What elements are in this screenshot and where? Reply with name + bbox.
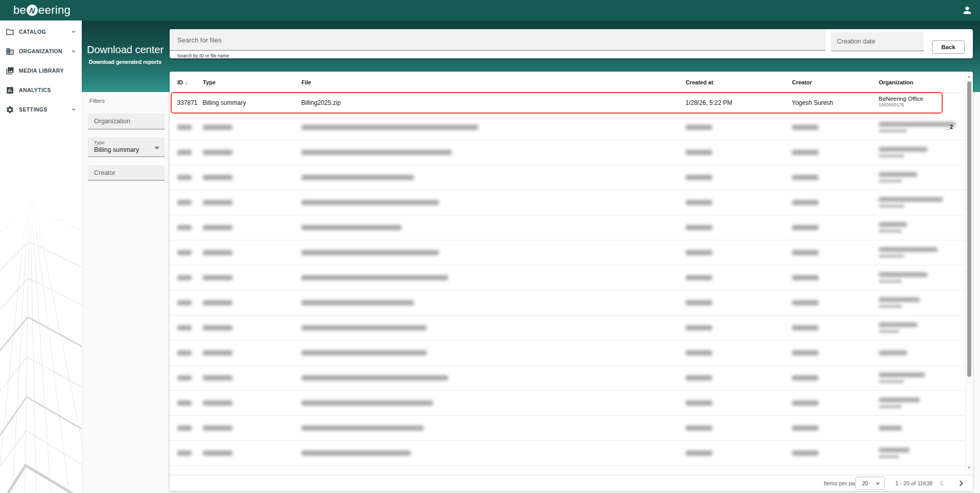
table-row[interactable] <box>170 240 965 265</box>
table-row[interactable] <box>170 391 965 416</box>
scrollbar-thumb[interactable] <box>967 81 971 377</box>
table-row[interactable] <box>170 215 965 240</box>
logo-text-suffix: eering <box>38 4 71 17</box>
scroll-up-icon[interactable]: ▲ <box>966 75 972 78</box>
sidebar-item-organization[interactable]: ORGANIZATION <box>0 41 82 61</box>
blurred-cell-organization <box>879 273 927 283</box>
type-filter-value: Billing summary <box>94 146 139 153</box>
folder-icon <box>6 28 14 36</box>
search-hint: Search by ID or file name <box>177 53 229 58</box>
blurred-cell-organization <box>879 373 925 384</box>
blurred-cell-id <box>177 175 192 180</box>
blurred-cell-type <box>203 225 232 230</box>
blurred-cell-file <box>301 125 478 130</box>
blurred-cell-file <box>301 375 448 380</box>
table-row[interactable] <box>170 341 965 366</box>
sidebar: CATALOG ORGANIZATION MEDIA LIBRARY <box>0 20 82 493</box>
blurred-cell-creator <box>792 125 819 130</box>
sidebar-item-media-library[interactable]: MEDIA LIBRARY <box>0 61 82 80</box>
organization-id: 1000000175 <box>879 102 923 107</box>
blurred-cell-file <box>301 150 452 155</box>
analytics-icon <box>6 86 14 95</box>
creator-filter-input[interactable]: Creator <box>88 165 165 181</box>
page-size-select[interactable]: 20 <box>855 477 885 490</box>
blurred-cell-created-at <box>686 400 712 406</box>
column-header-organization[interactable]: Organization <box>879 72 913 93</box>
next-page-button[interactable] <box>955 478 967 489</box>
creation-date-placeholder: Creation date <box>837 38 875 45</box>
page-title: Download center <box>82 44 169 56</box>
blurred-cell-created-at <box>686 350 712 355</box>
table-row-highlighted[interactable]: 337871 Billing summary Billing2025.zip 1… <box>171 92 943 114</box>
type-filter-select[interactable]: Type Billing summary <box>88 137 165 157</box>
sidebar-item-analytics[interactable]: ANALYTICS <box>0 80 82 100</box>
chevron-down-icon <box>71 106 77 113</box>
blurred-cell-created-at <box>686 325 712 330</box>
blurred-cell-type <box>203 325 232 330</box>
blurred-cell-type <box>203 451 232 456</box>
blurred-cell-file <box>301 325 427 330</box>
blurred-cell-creator <box>792 275 819 280</box>
table-row[interactable] <box>170 441 965 466</box>
cell-file: Billing2025.zip <box>301 99 341 106</box>
scroll-down-icon[interactable]: ▼ <box>966 466 972 469</box>
creation-date-input[interactable]: Creation date <box>831 32 924 51</box>
blurred-cell-file <box>301 250 439 255</box>
search-card: Search for files Search by ID or file na… <box>170 29 973 58</box>
blurred-cell-creator <box>792 225 819 230</box>
sidebar-item-label: ANALYTICS <box>19 87 51 93</box>
blurred-cell-file <box>301 175 414 180</box>
column-header-type[interactable]: Type <box>203 72 216 93</box>
blurred-cell-organization <box>879 448 909 459</box>
column-header-creator[interactable]: Creator <box>792 72 812 93</box>
previous-page-button[interactable] <box>936 478 947 489</box>
table-row[interactable]: _2 <box>170 115 965 140</box>
organization-filter-input[interactable]: Organization <box>88 114 165 129</box>
blurred-cell-id <box>177 225 192 230</box>
blurred-cell-creator <box>792 200 819 205</box>
sidebar-item-settings[interactable]: SETTINGS <box>0 100 82 119</box>
chevron-down-icon <box>71 48 77 54</box>
blurred-cell-created-at <box>686 425 712 431</box>
files-table-card: ID↓ Type File Created at Creator Organiz… <box>170 72 973 491</box>
table-row[interactable] <box>170 140 965 165</box>
table-row[interactable] <box>170 165 965 190</box>
blurred-cell-type <box>203 175 232 180</box>
table-row[interactable] <box>170 265 965 290</box>
sort-desc-icon: ↓ <box>185 79 188 85</box>
table-row[interactable] <box>170 366 965 391</box>
blurred-cell-id <box>177 200 192 205</box>
blurred-cell-type <box>203 150 232 155</box>
table-row[interactable] <box>170 416 965 441</box>
type-filter-label: Type <box>94 140 105 145</box>
chevron-right-icon <box>955 478 967 489</box>
column-header-created-at[interactable]: Created at <box>686 72 713 93</box>
back-button[interactable]: Back <box>932 40 965 54</box>
cell-created-at: 1/28/26, 5:22 PM <box>686 99 732 106</box>
table-row[interactable] <box>170 290 965 316</box>
top-app-bar: beNeering <box>0 0 980 20</box>
search-input[interactable]: Search for files <box>170 29 826 51</box>
user-account-button[interactable] <box>962 5 973 16</box>
search-placeholder: Search for files <box>177 36 222 43</box>
blurred-cell-file <box>301 425 424 431</box>
blurred-cell-created-at <box>686 150 712 155</box>
blurred-cell-creator <box>792 150 819 155</box>
blurred-cell-type <box>203 250 232 255</box>
blurred-cell-file <box>301 225 402 230</box>
blurred-cell-id <box>177 425 192 431</box>
table-scrollbar[interactable]: ▲ ▼ <box>965 73 972 473</box>
beneering-logo[interactable]: beNeering <box>13 0 71 20</box>
building-icon <box>6 47 14 56</box>
person-icon <box>962 5 973 16</box>
building-watermark <box>0 194 82 493</box>
filters-panel: Filters Organization Type Billing summar… <box>82 92 169 493</box>
sidebar-item-catalog[interactable]: CATALOG <box>0 22 82 41</box>
blurred-cell-organization <box>879 147 927 158</box>
column-header-id[interactable]: ID↓ <box>177 72 188 93</box>
blurred-cell-creator <box>792 325 819 330</box>
table-row[interactable] <box>170 190 965 215</box>
column-header-file[interactable]: File <box>301 72 311 93</box>
blurred-cell-id <box>177 350 192 355</box>
table-row[interactable] <box>170 316 965 341</box>
